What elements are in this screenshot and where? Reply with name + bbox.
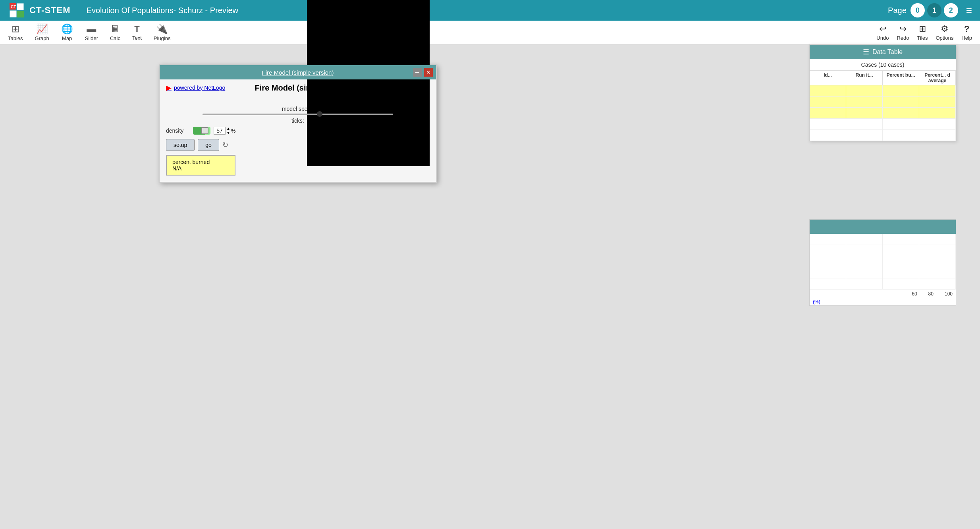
graph-data-row (810, 245, 956, 256)
graph-cell (810, 267, 846, 278)
graph-axis-row: 60 80 100 (810, 290, 956, 298)
page-num-1[interactable]: 1 (927, 3, 941, 17)
go-button[interactable]: go (198, 139, 219, 151)
text-tool-icon: T (134, 24, 139, 34)
data-table-panel: ☰ Data Table Cases (10 cases) Id... Run … (809, 44, 956, 141)
density-down-icon[interactable]: ▼ (226, 131, 230, 135)
data-table-subheader: Cases (10 cases) (810, 59, 956, 71)
graph-cell (883, 278, 919, 289)
svg-text:CT: CT (11, 5, 16, 9)
graph-cell (883, 256, 919, 267)
data-table-title: Data Table (872, 48, 903, 56)
graph-cell (810, 234, 846, 245)
percent-burned-label: percent burned (172, 159, 229, 165)
table-row (810, 97, 956, 108)
plugins-label: Plugins (154, 35, 171, 41)
toolbar-slider[interactable]: ▬ Slider (85, 23, 98, 41)
refresh-icon[interactable]: ↻ (222, 141, 228, 149)
col-header-runit: Run it... (846, 71, 883, 85)
minimize-button[interactable]: ─ (413, 68, 422, 77)
graph-cell (810, 245, 846, 256)
svg-marker-1 (17, 3, 24, 10)
hamburger-menu-icon[interactable]: ≡ (966, 4, 972, 17)
graph-cell (810, 256, 846, 267)
toolbar: ⊞ Tables 📈 Graph 🌐 Map ▬ Slider 🖩 Calc T… (0, 21, 980, 44)
app-name: CT-STEM (29, 5, 71, 15)
redo-label: Redo (897, 35, 909, 41)
undo-icon: ↩ (879, 24, 886, 34)
toolbar-redo[interactable]: ↪ Redo (897, 24, 909, 41)
page-title: Evolution Of Populations- Schurz - Previ… (87, 6, 238, 15)
toolbar-tiles[interactable]: ⊞ Tiles (917, 24, 928, 41)
table-cell (810, 119, 846, 129)
table-cell (846, 97, 883, 107)
netlogo-window-title[interactable]: Fire Model (simple version) (262, 69, 334, 76)
graph-add-row (810, 220, 956, 234)
graph-cell (883, 267, 919, 278)
table-cell (919, 119, 956, 129)
toolbar-calc[interactable]: 🖩 Calc (110, 23, 120, 41)
graph-cell (919, 245, 956, 256)
graph-axis-60: 60 (912, 291, 917, 297)
toolbar-map[interactable]: 🌐 Map (61, 23, 73, 41)
map-label: Map (62, 35, 72, 41)
netlogo-arrow-icon: ▶ (166, 83, 172, 92)
table-cell (846, 119, 883, 129)
graph-axis-100: 100 (945, 291, 953, 297)
table-cell (883, 85, 919, 96)
toolbar-right: ↩ Undo ↪ Redo ⊞ Tiles ⚙ Options ? Help (876, 24, 972, 41)
table-row (810, 130, 956, 141)
close-button[interactable]: ✕ (424, 68, 433, 77)
toolbar-help[interactable]: ? Help (961, 24, 972, 41)
page-num-0[interactable]: 0 (911, 3, 925, 17)
page-num-2[interactable]: 2 (944, 3, 958, 17)
graph-data-row (810, 278, 956, 290)
controls-sim-row: density 57 ▲ ▼ % (166, 126, 430, 176)
tables-label: Tables (8, 35, 23, 41)
setup-button[interactable]: setup (166, 139, 195, 151)
table-cell (919, 85, 956, 96)
table-row (810, 85, 956, 97)
data-table-column-headers: Id... Run it... Percent bu... Percent...… (810, 71, 956, 85)
tiles-label: Tiles (917, 35, 928, 41)
table-row (810, 108, 956, 119)
table-cell (846, 108, 883, 118)
table-cell (846, 130, 883, 141)
table-row (810, 119, 956, 130)
text-label: Text (132, 35, 142, 41)
toolbar-graph[interactable]: 📈 Graph (35, 23, 49, 41)
table-cell (810, 130, 846, 141)
table-cell (810, 85, 846, 96)
netlogo-body: ▶ powered by NetLogo Fire Model (simpl..… (160, 79, 436, 182)
graph-cell (919, 256, 956, 267)
calc-icon: 🖩 (110, 23, 120, 35)
graph-cell (846, 245, 883, 256)
density-arrows[interactable]: ▲ ▼ (226, 126, 230, 135)
graph-data-row (810, 256, 956, 267)
graph-axis-link[interactable]: (%) (810, 298, 956, 305)
tiles-icon: ⊞ (919, 24, 926, 34)
col-header-percent-avg: Percent... d average (919, 71, 956, 85)
graph-cell (919, 267, 956, 278)
setup-go-row: setup go ↻ (166, 139, 235, 151)
density-slider-thumb (201, 127, 208, 134)
density-up-icon[interactable]: ▲ (226, 126, 230, 131)
speed-slider-track[interactable] (203, 114, 393, 115)
toolbar-text[interactable]: T Text (132, 24, 142, 41)
toolbar-undo[interactable]: ↩ Undo (876, 24, 889, 41)
toolbar-tables[interactable]: ⊞ Tables (8, 23, 23, 41)
powered-by-netlogo[interactable]: ▶ powered by NetLogo (166, 83, 225, 92)
graph-rows (810, 234, 956, 290)
density-slider-track[interactable] (193, 127, 210, 135)
density-label: density (166, 127, 190, 134)
graph-cell (846, 234, 883, 245)
graph-panel: 60 80 100 (%) (809, 219, 956, 306)
table-cell (883, 108, 919, 118)
table-cell (883, 130, 919, 141)
toolbar-plugins[interactable]: 🔌 Plugins (154, 23, 171, 41)
table-cell (810, 108, 846, 118)
percent-burned-box: percent burned N/A (166, 155, 235, 176)
undo-label: Undo (876, 35, 889, 41)
toolbar-options[interactable]: ⚙ Options (936, 24, 953, 41)
titlebar-controls: ─ ✕ (413, 68, 433, 77)
